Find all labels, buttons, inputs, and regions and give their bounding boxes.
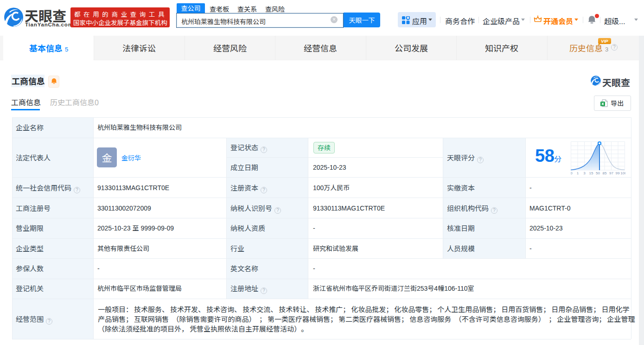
- svg-text:1: 1: [577, 171, 579, 175]
- svg-text:99: 99: [616, 171, 620, 175]
- svg-text:0: 0: [571, 171, 573, 175]
- svg-text:100: 100: [620, 171, 625, 175]
- svg-text:85: 85: [603, 171, 607, 175]
- svg-text:50: 50: [596, 171, 600, 175]
- svg-text:3: 3: [583, 171, 586, 175]
- svg-text:15: 15: [589, 171, 593, 175]
- svg-text:97: 97: [609, 171, 613, 175]
